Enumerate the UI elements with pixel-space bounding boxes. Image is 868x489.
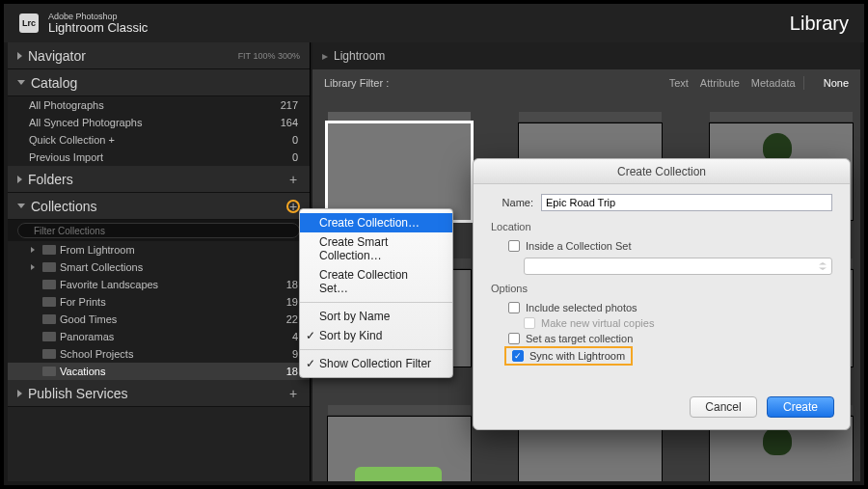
inside-set-label: Inside a Collection Set bbox=[526, 240, 631, 252]
panel-collections-title: Collections bbox=[31, 199, 281, 214]
filter-label: Library Filter : bbox=[324, 77, 389, 89]
app-brand-name: Lightroom Classic bbox=[48, 21, 148, 35]
menu-sort-by-name[interactable]: Sort by Name bbox=[300, 307, 452, 326]
menu-create-collection[interactable]: Create Collection… bbox=[300, 213, 452, 232]
catalog-item[interactable]: All Synced Photographs164 bbox=[8, 114, 310, 131]
checkbox-icon bbox=[508, 333, 520, 344]
checkbox-icon bbox=[508, 302, 520, 313]
filter-attribute[interactable]: Attribute bbox=[700, 77, 740, 89]
create-collection-dialog: Create Collection Name: Location Inside … bbox=[473, 158, 851, 430]
collection-item-selected[interactable]: Vacations18 bbox=[8, 363, 310, 380]
add-folder-button[interactable]: + bbox=[286, 173, 300, 186]
catalog-item[interactable]: All Photographs217 bbox=[8, 96, 310, 114]
collections-filter-input[interactable] bbox=[17, 223, 300, 238]
collection-set-icon bbox=[42, 245, 56, 255]
panel-publish-header[interactable]: Publish Services + bbox=[8, 380, 310, 407]
collection-item[interactable]: Favorite Landscapes18 bbox=[8, 276, 310, 293]
panel-publish-title: Publish Services bbox=[28, 386, 281, 401]
menu-create-collection-set[interactable]: Create Collection Set… bbox=[300, 265, 452, 298]
menu-show-collection-filter[interactable]: Show Collection Filter bbox=[300, 354, 452, 373]
catalog-item[interactable]: Quick Collection +0 bbox=[8, 131, 310, 149]
collection-name-input[interactable] bbox=[541, 194, 832, 211]
collection-item[interactable]: For Prints19 bbox=[8, 293, 310, 311]
module-label-library[interactable]: Library bbox=[790, 13, 849, 35]
left-panel: Navigator FIT 100% 300% Catalog All Phot… bbox=[8, 42, 311, 481]
cancel-button[interactable]: Cancel bbox=[690, 396, 757, 418]
checkbox-icon bbox=[524, 317, 535, 329]
collection-icon bbox=[42, 297, 56, 307]
collections-filter-row bbox=[8, 220, 310, 241]
breadcrumb: ▸ Lightroom bbox=[312, 42, 860, 69]
collections-list: From Lightroom Smart Collections Favorit… bbox=[8, 241, 310, 380]
chevron-down-icon bbox=[17, 80, 25, 85]
virtual-copies-label: Make new virtual copies bbox=[541, 317, 654, 329]
panel-navigator-title: Navigator bbox=[28, 48, 238, 64]
collection-set-select[interactable] bbox=[524, 258, 832, 275]
collection-item[interactable]: Good Times22 bbox=[8, 311, 310, 328]
panel-catalog-header[interactable]: Catalog bbox=[8, 69, 310, 96]
app-logo-icon: Lrc bbox=[19, 14, 39, 33]
collection-icon bbox=[42, 332, 56, 341]
panel-folders-header[interactable]: Folders + bbox=[8, 166, 310, 193]
sync-highlight-box: ✓ Sync with Lightroom bbox=[504, 346, 633, 366]
dialog-title: Create Collection bbox=[474, 159, 850, 184]
breadcrumb-root[interactable]: Lightroom bbox=[334, 49, 385, 63]
virtual-copies-checkbox-row: Make new virtual copies bbox=[491, 315, 832, 331]
panel-navigator-header[interactable]: Navigator FIT 100% 300% bbox=[8, 42, 310, 69]
catalog-item[interactable]: Previous Import0 bbox=[8, 149, 310, 166]
checkbox-icon bbox=[508, 240, 520, 252]
filter-none[interactable]: None bbox=[824, 77, 849, 89]
menu-separator bbox=[300, 302, 452, 303]
filter-metadata[interactable]: Metadata bbox=[751, 77, 796, 89]
collection-set-icon bbox=[42, 262, 56, 272]
collection-icon bbox=[42, 280, 56, 289]
panel-catalog-title: Catalog bbox=[31, 75, 300, 91]
chevron-right-icon bbox=[17, 176, 22, 183]
options-section-label: Options bbox=[491, 283, 832, 294]
thumbnail[interactable] bbox=[328, 405, 471, 481]
chevron-right-icon: ▸ bbox=[322, 49, 328, 63]
inside-set-checkbox-row[interactable]: Inside a Collection Set bbox=[491, 238, 832, 254]
collection-set-item[interactable]: From Lightroom bbox=[8, 241, 310, 258]
panel-navigator-zoom[interactable]: FIT 100% 300% bbox=[238, 51, 300, 61]
catalog-list: All Photographs217 All Synced Photograph… bbox=[8, 96, 310, 166]
chevron-right-icon bbox=[17, 390, 22, 397]
set-target-checkbox-row[interactable]: Set as target collection bbox=[491, 331, 832, 346]
location-section-label: Location bbox=[491, 221, 832, 232]
collection-icon bbox=[42, 349, 56, 359]
menu-create-smart-collection[interactable]: Create Smart Collection… bbox=[300, 232, 452, 265]
include-selected-label: Include selected photos bbox=[526, 302, 637, 313]
panel-collections-header[interactable]: Collections + bbox=[8, 193, 310, 220]
include-selected-checkbox-row[interactable]: Include selected photos bbox=[491, 300, 832, 315]
checkbox-checked-icon[interactable]: ✓ bbox=[512, 350, 524, 362]
add-publish-button[interactable]: + bbox=[286, 387, 300, 400]
library-filter-bar: Library Filter : Text Attribute Metadata… bbox=[312, 69, 860, 96]
create-button[interactable]: Create bbox=[767, 396, 834, 418]
filter-text[interactable]: Text bbox=[669, 77, 689, 89]
chevron-down-icon bbox=[17, 204, 25, 208]
app-titlebar: Lrc Adobe Photoshop Lightroom Classic Li… bbox=[4, 4, 864, 42]
sync-lightroom-label: Sync with Lightroom bbox=[529, 350, 625, 362]
name-label: Name: bbox=[491, 197, 533, 208]
collection-icon bbox=[42, 367, 56, 376]
menu-separator bbox=[300, 349, 452, 350]
set-target-label: Set as target collection bbox=[526, 333, 633, 344]
collections-context-menu: Create Collection… Create Smart Collecti… bbox=[299, 208, 453, 378]
chevron-right-icon bbox=[17, 52, 22, 60]
collection-item[interactable]: Panoramas4 bbox=[8, 328, 310, 345]
collection-set-item[interactable]: Smart Collections bbox=[8, 258, 310, 276]
collection-item[interactable]: School Projects9 bbox=[8, 345, 310, 363]
filter-divider bbox=[803, 76, 804, 90]
menu-sort-by-kind[interactable]: Sort by Kind bbox=[300, 326, 452, 345]
collection-icon bbox=[42, 314, 56, 324]
thumbnail[interactable] bbox=[328, 112, 471, 220]
panel-folders-title: Folders bbox=[28, 172, 281, 187]
add-collection-button[interactable]: + bbox=[286, 200, 300, 213]
